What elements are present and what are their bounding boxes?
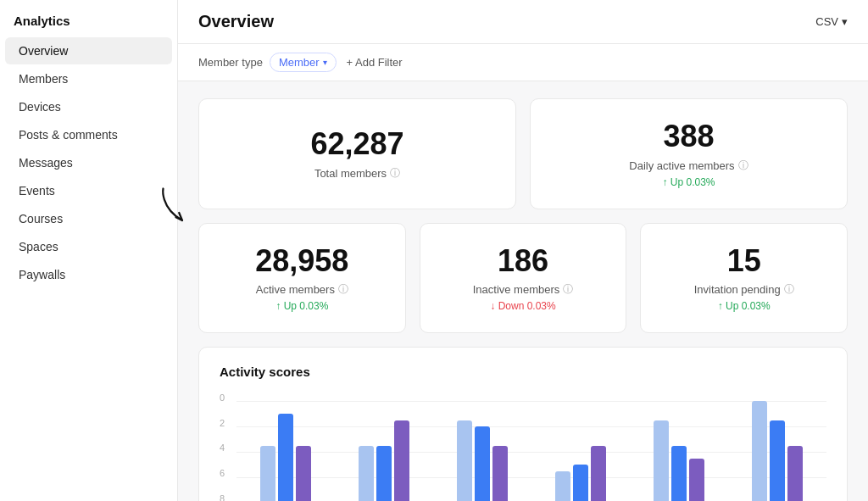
bar-purple	[296, 446, 311, 501]
stat-number-total-members: 62,287	[310, 127, 403, 161]
chart-y-axis: 1086420	[220, 392, 236, 501]
bar-blue	[573, 465, 588, 501]
bar-group-JAN-1	[260, 414, 311, 501]
bar-light-blue	[260, 446, 275, 501]
bar-purple	[394, 420, 409, 501]
stat-card-invitation-pending: 15Invitation pending ⓘ↑ Up 0.03%	[640, 223, 848, 334]
bar-group-FEB-13	[555, 446, 606, 501]
sidebar-item-members[interactable]: Members	[5, 65, 172, 92]
chart-title: Activity scores	[220, 365, 826, 379]
sidebar-item-spaces[interactable]: Spaces	[5, 233, 172, 260]
stat-number-active-members: 28,958	[255, 244, 348, 278]
stat-number-inactive-members: 186	[498, 244, 548, 278]
info-icon: ⓘ	[784, 282, 794, 297]
stat-label-daily-active-members: Daily active members ⓘ	[629, 159, 748, 173]
filter-chevron: ▾	[323, 58, 327, 67]
sidebar-item-posts-comments[interactable]: Posts & comments	[5, 121, 172, 148]
sidebar: Analytics OverviewMembersDevicesPosts & …	[0, 0, 178, 501]
info-icon: ⓘ	[563, 282, 573, 297]
stats-row-1: 62,287Total members ⓘ388Daily active mem…	[198, 98, 848, 209]
bar-purple	[591, 446, 606, 501]
bar-group-JAN-15	[359, 420, 409, 501]
filter-bar: Member type Member ▾ + Add Filter	[178, 44, 868, 81]
sidebar-item-messages[interactable]: Messages	[5, 149, 172, 176]
bar-purple	[689, 459, 704, 501]
activity-chart-card: Activity scores 1086420 JAN 1JAN 15JAN 2…	[198, 347, 848, 501]
sidebar-item-courses[interactable]: Courses	[5, 205, 172, 232]
chart-y-label: 6	[220, 468, 230, 478]
stat-label-active-members: Active members ⓘ	[256, 282, 348, 297]
chart-area: 1086420 JAN 1JAN 15JAN 29FEB 13FEB 28MAR…	[220, 392, 826, 501]
main-header: Overview CSV ▾	[178, 0, 868, 44]
info-icon: ⓘ	[338, 282, 348, 297]
bar-light-blue	[752, 401, 767, 501]
stat-card-inactive-members: 186Inactive members ⓘ↓ Down 0.03%	[420, 223, 627, 334]
stat-change-inactive-members: ↓ Down 0.03%	[490, 300, 555, 312]
bar-blue	[376, 446, 392, 501]
stat-number-daily-active-members: 388	[663, 120, 714, 153]
stat-label-inactive-members: Inactive members ⓘ	[473, 282, 574, 297]
bar-purple	[787, 446, 803, 501]
chart-y-label: 8	[220, 493, 230, 501]
bar-group-FEB-28	[654, 420, 704, 501]
bar-blue	[770, 420, 785, 501]
stat-change-daily-active-members: ↑ Up 0.03%	[662, 176, 715, 188]
stat-change-invitation-pending: ↑ Up 0.03%	[718, 300, 771, 312]
export-csv-button[interactable]: CSV ▾	[815, 15, 848, 28]
sidebar-item-overview[interactable]: Overview	[5, 37, 172, 64]
filter-value: Member	[279, 56, 320, 69]
chart-inner: 1086420	[220, 392, 826, 501]
bar-light-blue	[654, 420, 669, 501]
sidebar-item-devices[interactable]: Devices	[5, 93, 172, 120]
stat-card-total-members: 62,287Total members ⓘ	[198, 98, 516, 209]
bar-blue	[475, 426, 490, 501]
stat-change-active-members: ↑ Up 0.03%	[275, 300, 328, 312]
chart-y-label: 4	[220, 443, 230, 453]
stat-label-invitation-pending: Invitation pending ⓘ	[694, 282, 794, 297]
stat-label-total-members: Total members ⓘ	[314, 166, 400, 181]
stat-card-daily-active-members: 388Daily active members ⓘ↑ Up 0.03%	[530, 98, 848, 209]
page-title: Overview	[198, 12, 274, 31]
sidebar-item-events[interactable]: Events	[5, 177, 172, 204]
info-icon: ⓘ	[390, 166, 400, 181]
filter-label: Member type	[198, 56, 263, 69]
stat-number-invitation-pending: 15	[727, 244, 761, 278]
sidebar-item-paywalls[interactable]: Paywalls	[5, 261, 172, 288]
bar-group-MAR-11	[752, 401, 803, 501]
bar-light-blue	[457, 420, 472, 501]
chart-bars-area	[236, 401, 826, 501]
add-filter-button[interactable]: + Add Filter	[347, 56, 403, 69]
chart-y-label: 2	[220, 418, 230, 428]
bar-light-blue	[359, 446, 374, 501]
bar-light-blue	[555, 471, 570, 501]
content-area: 62,287Total members ⓘ388Daily active mem…	[178, 81, 868, 501]
bar-purple	[492, 446, 508, 501]
bar-blue	[278, 414, 293, 501]
stats-row-2: 28,958Active members ⓘ↑ Up 0.03%186Inact…	[198, 223, 848, 334]
chart-y-label: 0	[220, 392, 230, 403]
bar-blue	[671, 446, 687, 501]
chart-groups	[236, 401, 826, 501]
stat-card-active-members: 28,958Active members ⓘ↑ Up 0.03%	[198, 223, 406, 334]
main-content: Overview CSV ▾ Member type Member ▾ + Ad…	[178, 0, 868, 501]
bar-group-JAN-29	[457, 420, 508, 501]
sidebar-title: Analytics	[0, 0, 177, 36]
info-icon: ⓘ	[738, 159, 748, 173]
member-type-filter[interactable]: Member ▾	[270, 53, 337, 72]
